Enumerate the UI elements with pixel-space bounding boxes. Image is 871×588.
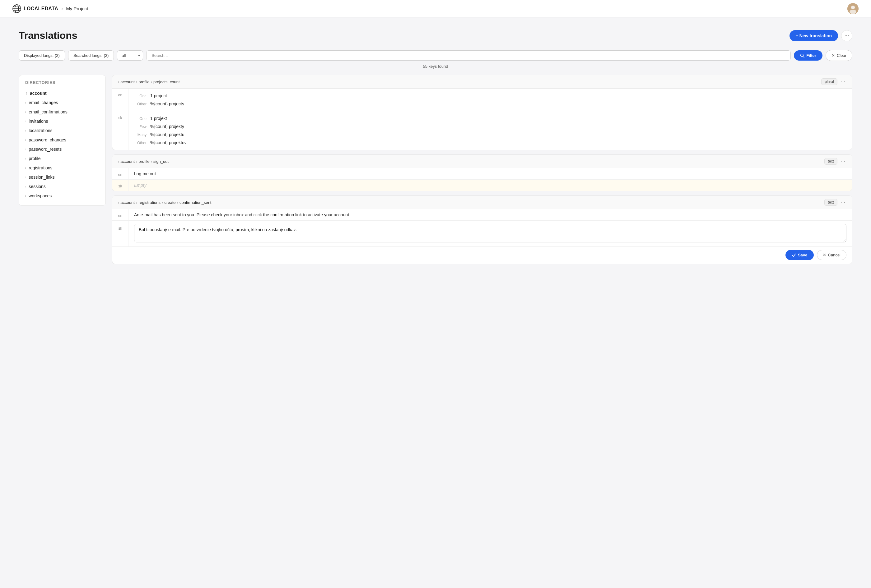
sidebar-item-email-changes[interactable]: › email_changes bbox=[19, 98, 105, 107]
more-options-button[interactable]: ··· bbox=[841, 30, 852, 41]
lang-label-sk: sk bbox=[112, 180, 129, 191]
breadcrumb-separator: › bbox=[61, 6, 63, 12]
logo-text: LOCALEDATA bbox=[24, 6, 58, 12]
card-more-button[interactable]: ··· bbox=[840, 158, 846, 165]
cancel-button[interactable]: ✕ Cancel bbox=[817, 250, 846, 260]
displayed-langs-button[interactable]: Displayed langs. (2) bbox=[19, 50, 65, 61]
chevron-right-icon: › bbox=[25, 129, 26, 132]
avatar[interactable] bbox=[847, 3, 859, 14]
sidebar-item-label: email_confirmations bbox=[28, 109, 67, 114]
plural-value: %{count} projektu bbox=[150, 132, 184, 137]
plural-values: One 1 projekt Few %{count} projekty Many… bbox=[129, 111, 852, 150]
chevron-icon: › bbox=[118, 79, 119, 84]
sidebar-item-label: workspaces bbox=[28, 193, 52, 198]
check-icon bbox=[792, 253, 796, 257]
plural-row-other: Other %{count} projects bbox=[134, 100, 846, 108]
translation-textarea[interactable]: Bol ti odoslaný e-mail. Pre potvrdenie t… bbox=[134, 224, 846, 242]
globe-icon bbox=[12, 4, 21, 13]
clear-button[interactable]: ✕ Clear bbox=[826, 50, 852, 61]
card-header-1: › account › profile › projects_count plu… bbox=[112, 75, 852, 88]
content-layout: Directories ↑ account › email_changes › … bbox=[19, 75, 852, 264]
plural-row-many: Many %{count} projektu bbox=[134, 131, 846, 139]
sidebar-item-label: sessions bbox=[28, 184, 45, 189]
ellipsis-icon: ··· bbox=[844, 32, 849, 39]
card-breadcrumb-2: › account › profile › sign_out bbox=[118, 159, 169, 164]
sidebar-item-account[interactable]: ↑ account bbox=[19, 88, 105, 98]
plural-row-few: Few %{count} projekty bbox=[134, 122, 846, 131]
table-row: sk One 1 projekt Few %{count} projekty M… bbox=[112, 111, 852, 150]
new-translation-button[interactable]: + New translation bbox=[790, 30, 838, 41]
plural-value: %{count} projekty bbox=[150, 124, 184, 129]
save-button[interactable]: Save bbox=[786, 250, 813, 260]
translation-card-sign-out: › account › profile › sign_out text ··· … bbox=[112, 154, 852, 191]
svg-point-6 bbox=[851, 6, 855, 9]
breadcrumb-part: sign_out bbox=[153, 159, 169, 164]
header: LOCALEDATA › My Project bbox=[0, 0, 871, 17]
scope-select-wrap: all key value ▾ bbox=[117, 50, 143, 61]
breadcrumb-part: create bbox=[164, 200, 175, 205]
sidebar-item-label: password_changes bbox=[28, 137, 66, 142]
breadcrumb-part: profile bbox=[138, 159, 149, 164]
sidebar-title: Directories bbox=[19, 80, 105, 88]
sidebar-item-workspaces[interactable]: › workspaces bbox=[19, 191, 105, 200]
x-icon: ✕ bbox=[823, 253, 826, 257]
sidebar-item-label: account bbox=[30, 91, 46, 96]
breadcrumb-sep: › bbox=[151, 159, 152, 164]
sidebar-item-password-resets[interactable]: › password_resets bbox=[19, 145, 105, 154]
scope-select[interactable]: all key value bbox=[117, 50, 143, 61]
sidebar-item-profile[interactable]: › profile bbox=[19, 154, 105, 163]
translation-value: An e-mail has been sent to you. Please c… bbox=[129, 209, 852, 220]
chevron-right-icon: › bbox=[25, 166, 26, 170]
card-more-button[interactable]: ··· bbox=[840, 78, 846, 85]
logo-area: LOCALEDATA bbox=[12, 4, 58, 13]
chevron-right-icon: › bbox=[25, 148, 26, 151]
card-more-button[interactable]: ··· bbox=[840, 199, 846, 206]
sidebar-item-label: email_changes bbox=[28, 100, 58, 105]
breadcrumb-part: account bbox=[120, 79, 135, 84]
breadcrumb-part: account bbox=[120, 200, 135, 205]
svg-point-7 bbox=[850, 10, 856, 14]
x-icon: ✕ bbox=[832, 53, 835, 58]
breadcrumb-sep: › bbox=[162, 200, 163, 205]
chevron-icon: › bbox=[118, 159, 119, 164]
chevron-right-icon: › bbox=[25, 185, 26, 188]
sidebar-item-localizations[interactable]: › localizations bbox=[19, 126, 105, 135]
keys-found: 55 keys found bbox=[19, 64, 852, 69]
chevron-right-icon: › bbox=[25, 194, 26, 198]
sidebar-item-label: invitations bbox=[28, 119, 48, 124]
sidebar-item-invitations[interactable]: › invitations bbox=[19, 116, 105, 126]
type-badge: text bbox=[825, 158, 837, 165]
card-breadcrumb-3: › account › registrations › create › con… bbox=[118, 200, 211, 205]
chevron-right-icon: › bbox=[25, 157, 26, 160]
plural-row-other: Other %{count} projektov bbox=[134, 139, 846, 147]
translation-value: Log me out bbox=[129, 168, 852, 179]
filter-button[interactable]: Filter bbox=[794, 50, 823, 61]
sidebar-item-password-changes[interactable]: › password_changes bbox=[19, 135, 105, 145]
save-label: Save bbox=[798, 253, 807, 257]
sidebar-item-sessions[interactable]: › sessions bbox=[19, 182, 105, 191]
lang-label-en: en bbox=[112, 209, 129, 220]
breadcrumb-sep: › bbox=[136, 159, 137, 164]
edit-area: Bol ti odoslaný e-mail. Pre potvrdenie t… bbox=[129, 221, 852, 246]
chevron-right-icon: › bbox=[25, 110, 26, 114]
plural-row-one: One 1 projekt bbox=[134, 114, 846, 122]
searched-langs-button[interactable]: Searched langs. (2) bbox=[68, 50, 114, 61]
table-row: en Log me out bbox=[112, 168, 852, 180]
cards-area: › account › profile › projects_count plu… bbox=[112, 75, 852, 264]
plural-label-few: Few bbox=[134, 125, 147, 129]
table-row: en One 1 project Other %{count} projects bbox=[112, 88, 852, 111]
translation-card-confirmation-sent: › account › registrations › create › con… bbox=[112, 196, 852, 264]
search-input[interactable] bbox=[146, 50, 791, 61]
card-badges-3: text ··· bbox=[825, 199, 846, 206]
breadcrumb-sep: › bbox=[136, 79, 137, 84]
sidebar-item-email-confirmations[interactable]: › email_confirmations bbox=[19, 107, 105, 116]
main-content: Translations + New translation ··· Displ… bbox=[0, 17, 871, 277]
lang-label-en: en bbox=[112, 168, 129, 179]
page-title: Translations bbox=[19, 30, 78, 41]
sidebar-item-registrations[interactable]: › registrations bbox=[19, 163, 105, 173]
plural-value: %{count} projektov bbox=[150, 140, 187, 145]
sidebar-item-session-links[interactable]: › session_links bbox=[19, 173, 105, 182]
plural-label-one: One bbox=[134, 94, 147, 98]
table-row: en An e-mail has been sent to you. Pleas… bbox=[112, 209, 852, 221]
breadcrumb-part: confirmation_sent bbox=[180, 200, 211, 205]
